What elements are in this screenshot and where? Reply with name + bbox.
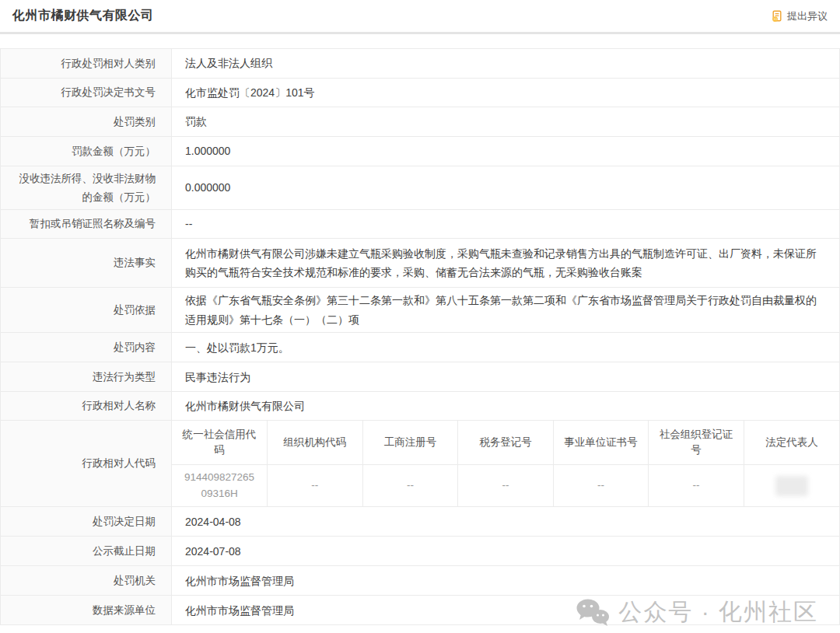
entity-codes-cell: 统一社会信用代码组织机构代码工商注册号税务登记号事业单位证书号社会组织登记证号法…	[172, 421, 839, 506]
table-row: 违法事实化州市橘财供气有限公司涉嫌未建立气瓶采购验收制度，采购气瓶未查验和记录销…	[1, 239, 839, 288]
row-value: 依据《广东省气瓶安全条例》第三十二条第一款和》第八十五条第一款第二项和《广东省市…	[172, 288, 839, 332]
row-value: 化州市市场监督管理局	[172, 566, 839, 595]
table-row: 违法行为类型民事违法行为	[1, 362, 839, 392]
row-label: 没收违法所得、没收非法财物的金额（万元）	[1, 166, 172, 209]
row-label: 违法事实	[1, 239, 172, 287]
page-title: 化州市橘财供气有限公司	[12, 8, 154, 24]
code-value: --	[362, 464, 458, 506]
table-row: 暂扣或吊销证照名称及编号--	[1, 210, 839, 239]
penalty-info-table: 行政处罚相对人类别法人及非法人组织行政处罚决定书文号化市监处罚〔2024〕101…	[0, 48, 840, 625]
code-column-header: 税务登记号	[458, 421, 554, 464]
table-row: 处罚决定日期2024-04-08	[1, 507, 839, 537]
page-header: 化州市橘财供气有限公司 提出异议	[0, 0, 840, 34]
row-label: 违法行为类型	[1, 362, 172, 391]
code-value: --	[553, 464, 649, 506]
code-value-text: --	[693, 479, 700, 491]
table-row: 没收违法所得、没收非法财物的金额（万元）0.000000	[1, 166, 839, 210]
code-column-header: 法定代表人	[744, 421, 839, 464]
row-value: 化州市橘财供气有限公司	[172, 392, 839, 420]
row-value: 1.000000	[172, 137, 839, 166]
row-label: 行政相对人名称	[1, 392, 172, 420]
row-label: 处罚内容	[1, 333, 172, 362]
code-value-text: --	[311, 479, 318, 491]
code-column-header: 组织机构代码	[268, 421, 363, 464]
penalty-detail-page: 化州市橘财供气有限公司 提出异议 行政处罚相对人类别法人及非法人组织行政处罚决定…	[0, 0, 840, 633]
row-value: 2024-04-08	[172, 507, 839, 536]
row-value: 化市监处罚〔2024〕101号	[172, 79, 839, 107]
code-column-header: 工商注册号	[362, 421, 458, 464]
code-value: 91440982726509316H	[172, 464, 268, 506]
row-label: 数据来源单位	[1, 596, 172, 624]
row-value: 化州市市场监督管理局	[172, 596, 839, 624]
code-value: --	[268, 464, 363, 506]
dispute-document-chat-icon	[771, 10, 783, 23]
row-label: 行政处罚决定书文号	[1, 79, 172, 107]
row-value: 罚款	[172, 107, 839, 136]
row-label: 暂扣或吊销证照名称及编号	[1, 210, 172, 238]
table-row: 行政处罚决定书文号化市监处罚〔2024〕101号	[1, 79, 839, 107]
code-value-text: --	[407, 479, 414, 491]
table-row: 处罚类别罚款	[1, 107, 839, 137]
dispute-button[interactable]: 提出异议	[771, 9, 828, 23]
code-column-header: 统一社会信用代码	[172, 421, 268, 464]
entity-codes-table: 统一社会信用代码组织机构代码工商注册号税务登记号事业单位证书号社会组织登记证号法…	[172, 421, 839, 506]
row-label: 处罚依据	[1, 288, 172, 332]
legal-representative-value	[744, 464, 839, 506]
code-value-text: --	[502, 479, 509, 491]
row-label: 行政相对人代码	[1, 421, 172, 506]
row-value: 法人及非法人组织	[172, 49, 839, 78]
code-column-header: 事业单位证书号	[553, 421, 649, 464]
table-row: 行政处罚相对人类别法人及非法人组织	[1, 49, 839, 79]
table-row: 行政相对人名称化州市橘财供气有限公司	[1, 392, 839, 421]
row-value: 0.000000	[172, 166, 839, 209]
row-label: 处罚类别	[1, 107, 172, 136]
table-row: 处罚内容一、处以罚款1万元。	[1, 333, 839, 362]
table-row: 行政相对人代码统一社会信用代码组织机构代码工商注册号税务登记号事业单位证书号社会…	[1, 421, 839, 507]
code-value-text: --	[597, 479, 604, 491]
row-value: 化州市橘财供气有限公司涉嫌未建立气瓶采购验收制度，采购气瓶未查验和记录销售方出具…	[172, 239, 839, 287]
table-row: 处罚机关化州市市场监督管理局	[1, 566, 839, 596]
table-row: 处罚依据依据《广东省气瓶安全条例》第三十二条第一款和》第八十五条第一款第二项和《…	[1, 288, 839, 333]
row-value: 2024-07-08	[172, 537, 839, 565]
code-value: --	[458, 464, 554, 506]
table-row: 公示截止日期2024-07-08	[1, 537, 839, 566]
row-value: 一、处以罚款1万元。	[172, 333, 839, 362]
dispute-button-label: 提出异议	[787, 9, 828, 23]
code-column-header: 社会组织登记证号	[649, 421, 744, 464]
row-label: 处罚机关	[1, 566, 172, 595]
table-row: 罚款金额（万元）1.000000	[1, 137, 839, 166]
unified-social-credit-code: 91440982726509316H	[182, 470, 257, 502]
redacted-blur	[775, 476, 808, 496]
table-row: 数据来源单位化州市市场监督管理局	[1, 596, 839, 625]
row-label: 罚款金额（万元）	[1, 137, 172, 166]
row-label: 行政处罚相对人类别	[1, 49, 172, 78]
row-label: 处罚决定日期	[1, 507, 172, 536]
row-value: --	[172, 210, 839, 238]
row-value: 民事违法行为	[172, 362, 839, 391]
row-label: 公示截止日期	[1, 537, 172, 565]
code-value: --	[649, 464, 744, 506]
